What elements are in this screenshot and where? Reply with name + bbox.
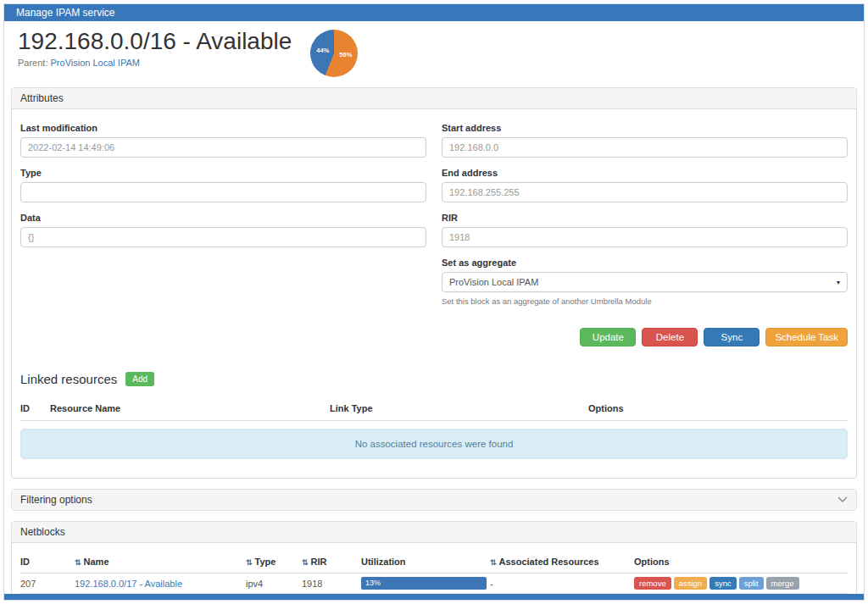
lr-column-link-type: Link Type (330, 400, 588, 421)
attributes-button-row: Update Delete Sync Schedule Task (20, 328, 848, 346)
rir-input[interactable] (442, 227, 848, 247)
end-address-field-group: End address (442, 168, 848, 202)
sort-icon: ⇅ (246, 558, 253, 567)
no-resources-alert: No associated resources were found (20, 429, 848, 459)
end-address-input[interactable] (442, 182, 848, 202)
linked-resources-title: Linked resources (20, 372, 117, 386)
filtering-options-title: Filtering options (20, 494, 92, 506)
select-caret-icon: ▾ (837, 279, 840, 286)
last-modification-label: Last modification (20, 123, 426, 133)
parent-line: Parent: ProVision Local IPAM (18, 58, 292, 68)
aggregate-field-group: Set as aggregate ProVision Local IPAM ▾ … (442, 258, 848, 306)
utilization-bar: 13% (361, 577, 487, 590)
filtering-options-panel: Filtering options (11, 489, 857, 511)
netblocks-panel-body: ID ⇅Name ⇅Type ⇅RIR Utilization (12, 543, 856, 594)
netblocks-table: ID ⇅Name ⇅Type ⇅RIR Utilization (20, 550, 848, 594)
aggregate-select[interactable]: ProVision Local IPAM ▾ (442, 272, 848, 292)
data-field-group: Data (20, 213, 426, 247)
chevron-down-icon[interactable] (837, 496, 848, 503)
data-label: Data (20, 213, 426, 223)
sort-icon: ⇅ (75, 558, 81, 567)
nb-column-id: ID (20, 550, 75, 574)
sort-icon: ⇅ (302, 558, 309, 567)
lr-column-id: ID (20, 400, 50, 421)
last-modification-input[interactable] (20, 137, 426, 158)
sort-icon: ⇅ (490, 558, 497, 567)
linked-resources-header-row: ID Resource Name Link Type Options (20, 400, 848, 421)
aggregate-selected-value: ProVision Local IPAM (449, 277, 538, 287)
attributes-left-column: Last modification Type Data (20, 113, 426, 306)
split-button[interactable]: split (739, 577, 764, 590)
nb-column-rir-label: RIR (311, 557, 327, 567)
start-address-input[interactable] (442, 137, 848, 158)
data-input[interactable] (20, 227, 426, 247)
netblock-id: 207 (20, 574, 75, 594)
linked-resources-section: Linked resources Add ID Resource Name Li… (20, 372, 848, 459)
nb-column-name[interactable]: ⇅Name (75, 550, 246, 574)
main-content: 192.168.0.0/16 - Available Parent: ProVi… (4, 21, 864, 594)
linked-resources-table: ID Resource Name Link Type Options (20, 400, 848, 421)
sync-row-button[interactable]: sync (709, 577, 737, 590)
nb-column-associated-label: Associated Resources (499, 557, 599, 567)
netblocks-panel-header: Netblocks (12, 522, 856, 543)
attributes-panel: Attributes Last modification Type Da (11, 87, 857, 479)
schedule-task-button[interactable]: Schedule Task (765, 328, 848, 346)
end-address-label: End address (442, 168, 848, 178)
attributes-panel-header: Attributes (12, 88, 856, 109)
pie-slice-label-44: 44% (316, 47, 329, 54)
nb-column-type[interactable]: ⇅Type (246, 550, 302, 574)
nb-column-options: Options (634, 550, 848, 574)
delete-button[interactable]: Delete (642, 328, 698, 346)
netblocks-header-row: ID ⇅Name ⇅Type ⇅RIR Utilization (20, 550, 848, 574)
page: Manage IPAM service 192.168.0.0/16 - Ava… (3, 3, 865, 601)
page-header: 192.168.0.0/16 - Available Parent: ProVi… (11, 23, 857, 77)
type-input[interactable] (20, 182, 426, 202)
type-label: Type (20, 168, 426, 178)
merge-button[interactable]: merge (766, 577, 799, 590)
netblock-associated: - (490, 574, 634, 594)
assign-button[interactable]: assign (674, 577, 707, 590)
page-title: 192.168.0.0/16 - Available (18, 28, 292, 55)
pie-slice-label-56: 56% (339, 51, 352, 58)
remove-button[interactable]: remove (634, 577, 671, 590)
sync-button[interactable]: Sync (704, 328, 760, 346)
utilization-pie-chart: 44% 56% (310, 30, 358, 77)
aggregate-help-text: Set this block as an aggregate of anothe… (442, 296, 848, 306)
lr-column-resource-name: Resource Name (50, 400, 330, 421)
parent-link[interactable]: ProVision Local IPAM (51, 58, 140, 68)
nb-column-rir[interactable]: ⇅RIR (302, 550, 361, 574)
netblock-rir: 1918 (302, 574, 361, 594)
titlebar: Manage IPAM service (4, 4, 864, 21)
type-field-group: Type (20, 168, 426, 202)
last-modification-field-group: Last modification (20, 123, 426, 158)
netblock-link[interactable]: 192.168.0.0/17 - Available (75, 579, 182, 589)
linked-resources-header: Linked resources Add (20, 372, 848, 386)
netblock-type: ipv4 (246, 574, 302, 594)
footer-bar (4, 594, 864, 600)
start-address-label: Start address (442, 123, 848, 133)
update-button[interactable]: Update (580, 328, 636, 346)
parent-label: Parent: (18, 58, 47, 68)
nb-column-utilization: Utilization (361, 550, 490, 574)
titlebar-text: Manage IPAM service (16, 7, 115, 19)
attributes-form: Last modification Type Data (20, 113, 848, 306)
rir-label: RIR (442, 213, 848, 223)
nb-column-name-label: Name (84, 557, 109, 567)
netblock-actions: remove assign sync split merge (634, 577, 844, 590)
netblock-row: 207 192.168.0.0/17 - Available ipv4 1918… (20, 574, 848, 594)
utilization-bar-label: 13% (365, 579, 381, 587)
page-header-text: 192.168.0.0/16 - Available Parent: ProVi… (18, 25, 292, 68)
attributes-panel-body: Last modification Type Data (12, 109, 856, 478)
start-address-field-group: Start address (442, 123, 848, 158)
filtering-options-header[interactable]: Filtering options (12, 490, 856, 510)
nb-column-type-label: Type (255, 557, 276, 567)
lr-column-options: Options (588, 400, 848, 421)
nb-column-associated[interactable]: ⇅Associated Resources (490, 550, 634, 574)
netblocks-panel: Netblocks ID ⇅Name ⇅Type (11, 521, 857, 594)
attributes-right-column: Start address End address RIR Set a (442, 113, 848, 306)
aggregate-label: Set as aggregate (442, 258, 848, 268)
rir-field-group: RIR (442, 213, 848, 247)
add-linked-resource-button[interactable]: Add (125, 372, 154, 386)
